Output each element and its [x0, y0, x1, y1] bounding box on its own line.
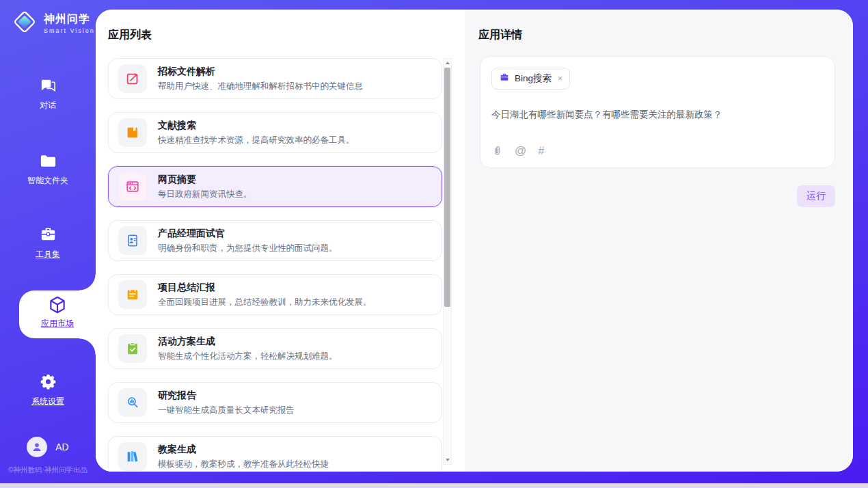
tab-curve-top: [79, 274, 96, 290]
sidebar-footer: AD ©神州数码·神州问学出品: [0, 437, 96, 483]
sidebar-item-toolset[interactable]: 工具集: [0, 226, 96, 260]
books-icon: [118, 442, 147, 471]
app-card-event-plan[interactable]: 活动方案生成 智能生成个性化活动方案，轻松解决规划难题。: [108, 328, 442, 369]
query-text[interactable]: 今日湖北有哪些新闻要点？有哪些需要关注的最新政策？: [491, 108, 824, 122]
app-card-desc: 智能生成个性化活动方案，轻松解决规划难题。: [158, 351, 338, 362]
app-card-name: 网页摘要: [158, 174, 252, 186]
chat-icon: [0, 77, 96, 95]
list-scrollbar[interactable]: [443, 58, 452, 465]
app-card-pm-interviewer[interactable]: 产品经理面试官 明确身份和职责，为您提供专业性的面试问题。: [108, 220, 442, 261]
brand-name: 神州问学: [44, 12, 95, 27]
tool-tag-label: Bing搜索: [515, 72, 552, 85]
app-card-desc: 帮助用户快速、准确地理解和解析招标书中的关键信息: [158, 81, 363, 92]
app-frame: 神州问学 Smart Vision 对话 智能文件夹: [0, 0, 868, 483]
toolbox-icon: [0, 226, 96, 244]
sidebar-item-chat[interactable]: 对话: [0, 77, 96, 111]
app-card-name: 文献搜索: [158, 120, 355, 132]
sidebar-item-label: 对话: [0, 100, 96, 111]
attachment-icon[interactable]: [491, 145, 503, 157]
tag-close-icon[interactable]: ×: [556, 74, 562, 83]
run-button[interactable]: 运行: [797, 185, 835, 207]
app-card-web-summary[interactable]: 网页摘要 每日政府新闻资讯快查。: [108, 166, 442, 207]
app-card-desc: 模板驱动，教案秒成，教学准备从此轻松快捷: [158, 459, 329, 470]
app-list-title: 应用列表: [96, 10, 465, 42]
user-account[interactable]: AD: [0, 437, 96, 457]
avatar: [27, 437, 47, 457]
app-card-desc: 快速精准查找学术资源，提高研究效率的必备工具。: [158, 135, 355, 146]
app-card-literature-search[interactable]: 文献搜索 快速精准查找学术资源，提高研究效率的必备工具。: [108, 112, 442, 153]
sidebar-item-label: 系统设置: [0, 396, 96, 407]
sidebar: 神州问学 Smart Vision 对话 智能文件夹: [0, 0, 96, 483]
app-detail-title: 应用详情: [465, 10, 853, 42]
mention-icon[interactable]: @: [515, 145, 526, 157]
app-card-desc: 明确身份和职责，为您提供专业性的面试问题。: [158, 243, 338, 254]
resume-person-icon: [118, 226, 147, 255]
sidebar-item-label: 智能文件夹: [0, 175, 96, 187]
composer-toolbar: @ #: [491, 145, 824, 157]
app-card-desc: 全面回顾项目进展，总结经验教训，助力未来优化发展。: [158, 297, 372, 308]
app-card-research-report[interactable]: 研究报告 一键智能生成高质量长文本研究报告: [108, 382, 442, 423]
cube-icon: [19, 295, 96, 315]
app-detail-panel: 应用详情 Bing搜索 × 今日湖北有哪些新闻要点？有哪些需要关注的最新政策？: [465, 10, 853, 472]
sidebar-item-smart-folder[interactable]: 智能文件夹: [0, 152, 96, 187]
app-card-desc: 每日政府新闻资讯快查。: [158, 189, 252, 200]
tool-tag-bing-search[interactable]: Bing搜索 ×: [491, 68, 570, 90]
calendar-report-icon: [118, 280, 147, 309]
user-initials: AD: [55, 442, 68, 452]
app-card-name: 教案生成: [158, 444, 329, 456]
app-card-desc: 一键智能生成高质量长文本研究报告: [158, 405, 295, 416]
sidebar-item-label: 工具集: [0, 249, 96, 260]
sidebar-item-app-market[interactable]: 应用市场: [19, 290, 96, 338]
tab-curve-bottom: [79, 338, 96, 355]
sidebar-item-label: 应用市场: [19, 318, 96, 329]
brand-logo: 神州问学 Smart Vision: [11, 8, 95, 38]
app-list-panel: 应用列表 招标文件解析 帮助用户快速、准确地理解和解析招标书中的关键信息: [96, 10, 465, 472]
book-icon: [118, 118, 147, 147]
scrollbar-thumb[interactable]: [444, 68, 450, 307]
app-card-name: 项目总结汇报: [158, 282, 372, 294]
app-card-lesson-plan[interactable]: 教案生成 模板驱动，教案秒成，教学准备从此轻松快捷: [108, 436, 442, 472]
app-card-list: 招标文件解析 帮助用户快速、准确地理解和解析招标书中的关键信息 文献搜索 快速精…: [108, 58, 442, 472]
edit-document-icon: [118, 64, 147, 93]
main-content: 应用列表 招标文件解析 帮助用户快速、准确地理解和解析招标书中的关键信息: [96, 10, 853, 472]
research-chart-icon: [118, 388, 147, 417]
copyright-text: ©神州数码·神州问学出品: [0, 465, 96, 483]
app-card-name: 招标文件解析: [158, 66, 363, 78]
brand-subtitle: Smart Vision: [44, 27, 95, 34]
sidebar-item-settings[interactable]: 系统设置: [0, 372, 96, 407]
clipboard-check-icon: [118, 334, 147, 363]
gear-icon: [0, 372, 96, 391]
hash-icon[interactable]: #: [538, 145, 544, 157]
app-card-project-summary[interactable]: 项目总结汇报 全面回顾项目进展，总结经验教训，助力未来优化发展。: [108, 274, 442, 315]
briefcase-icon: [499, 72, 510, 85]
app-card-name: 研究报告: [158, 390, 295, 402]
scroll-up-arrow-icon[interactable]: [444, 59, 451, 67]
diamond-logo-icon: [11, 8, 38, 38]
app-card-name: 活动方案生成: [158, 336, 338, 348]
window-bottom-edge: [0, 483, 868, 488]
folder-icon: [0, 152, 96, 170]
app-card-name: 产品经理面试官: [158, 228, 338, 240]
scroll-down-arrow-icon[interactable]: [444, 456, 451, 464]
browser-code-icon: [118, 172, 147, 201]
query-composer[interactable]: Bing搜索 × 今日湖北有哪些新闻要点？有哪些需要关注的最新政策？ @ #: [480, 56, 835, 168]
app-card-bid-parse[interactable]: 招标文件解析 帮助用户快速、准确地理解和解析招标书中的关键信息: [108, 58, 442, 99]
